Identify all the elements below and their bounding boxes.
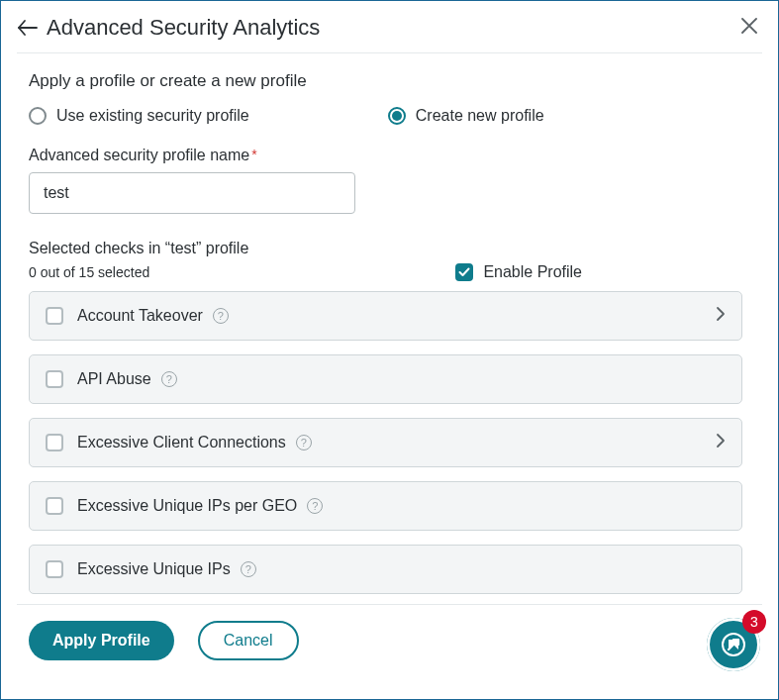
check-name: API Abuse bbox=[77, 370, 151, 388]
profile-name-input[interactable] bbox=[29, 172, 355, 214]
checks-title: Selected checks in “test” profile bbox=[29, 240, 750, 257]
back-icon[interactable] bbox=[17, 17, 39, 39]
help-icon[interactable]: ? bbox=[161, 371, 177, 387]
checkbox-icon[interactable] bbox=[46, 560, 63, 578]
check-name: Excessive Unique IPs bbox=[77, 560, 231, 578]
radio-label-create: Create new profile bbox=[416, 107, 544, 125]
check-name: Account Takeover bbox=[77, 307, 203, 325]
radio-use-existing[interactable]: Use existing security profile bbox=[29, 107, 249, 125]
profile-name-label: Advanced security profile name* bbox=[29, 147, 750, 164]
checks-list[interactable]: Account Takeover ? API Abuse ? Excessive… bbox=[29, 291, 750, 598]
chevron-right-icon[interactable] bbox=[716, 306, 726, 326]
help-icon[interactable]: ? bbox=[241, 561, 256, 577]
enable-profile-label: Enable Profile bbox=[483, 263, 582, 281]
help-icon[interactable]: ? bbox=[296, 435, 312, 450]
profile-prompt: Apply a profile or create a new profile bbox=[29, 71, 750, 91]
help-icon[interactable]: ? bbox=[213, 308, 229, 324]
check-item[interactable]: Excessive Unique IPs per GEO ? bbox=[29, 481, 742, 531]
apply-profile-button[interactable]: Apply Profile bbox=[29, 621, 174, 660]
chevron-right-icon[interactable] bbox=[716, 433, 726, 452]
required-asterisk: * bbox=[251, 147, 256, 162]
check-item[interactable]: Account Takeover ? bbox=[29, 291, 742, 341]
close-icon[interactable] bbox=[740, 17, 758, 39]
radio-label-existing: Use existing security profile bbox=[56, 107, 249, 125]
checkbox-icon[interactable] bbox=[46, 370, 63, 388]
check-item[interactable]: API Abuse ? bbox=[29, 354, 742, 404]
checkbox-icon[interactable] bbox=[46, 434, 63, 451]
check-name: Excessive Client Connections bbox=[77, 434, 286, 451]
check-name: Excessive Unique IPs per GEO bbox=[77, 497, 297, 515]
fab-badge: 3 bbox=[742, 610, 766, 634]
assist-fab[interactable]: 3 bbox=[707, 618, 760, 671]
help-icon[interactable]: ? bbox=[307, 498, 323, 514]
check-item[interactable]: Excessive Client Connections ? bbox=[29, 418, 742, 467]
checkbox-icon[interactable] bbox=[46, 307, 63, 325]
radio-icon bbox=[388, 107, 406, 125]
radio-icon bbox=[29, 107, 47, 125]
cancel-button[interactable]: Cancel bbox=[198, 621, 299, 660]
dialog-title: Advanced Security Analytics bbox=[47, 15, 320, 41]
check-item[interactable]: Excessive Unique IPs ? bbox=[29, 545, 742, 594]
radio-create-new[interactable]: Create new profile bbox=[388, 107, 544, 125]
checks-count: 0 out of 15 selected bbox=[29, 264, 149, 280]
checkbox-icon bbox=[455, 263, 473, 281]
enable-profile-toggle[interactable]: Enable Profile bbox=[455, 263, 582, 281]
checkbox-icon[interactable] bbox=[46, 497, 63, 515]
